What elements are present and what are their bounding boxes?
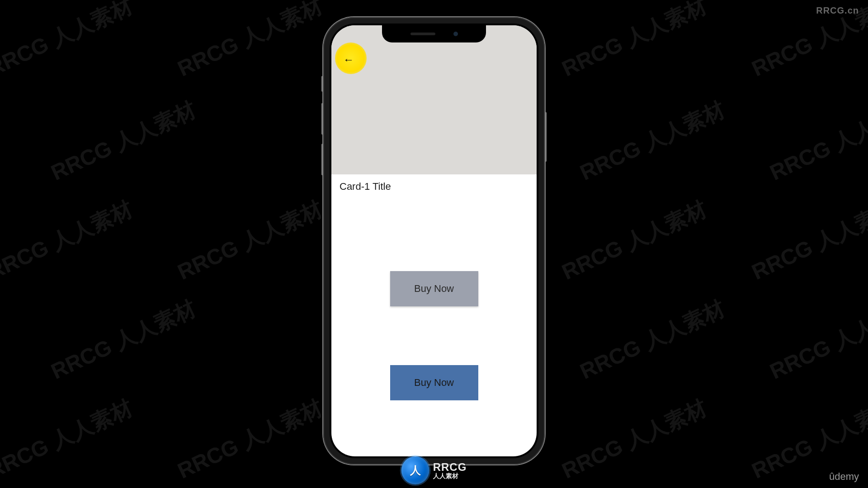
udemy-logo: ûdemy xyxy=(829,471,859,483)
back-arrow-icon: ← xyxy=(343,53,354,66)
phone-frame: ← Card-1 Title Buy Now Buy Now xyxy=(323,17,545,465)
watermark-text: RRCG 人人素材 xyxy=(557,194,712,287)
watermark-text: RRCG 人人素材 xyxy=(557,393,712,486)
logo-text-sub: 人人素材 xyxy=(433,473,467,479)
rrcg-logo: 人 RRCG 人人素材 xyxy=(401,456,467,484)
watermark-text: RRCG 人人素材 xyxy=(557,0,712,83)
camera-icon xyxy=(453,32,458,36)
logo-inner-text: 人 xyxy=(410,463,421,478)
watermark-text: RRCG 人人素材 xyxy=(0,0,137,83)
watermark-text: RRCG 人人素材 xyxy=(765,95,868,188)
buy-now-button-2[interactable]: Buy Now xyxy=(390,365,478,400)
logo-circle-icon: 人 xyxy=(401,456,429,484)
buy-now-button-1[interactable]: Buy Now xyxy=(390,271,478,306)
watermark-text: RRCG 人人素材 xyxy=(0,194,137,287)
watermark-text: RRCG 人人素材 xyxy=(173,393,327,486)
logo-text: RRCG 人人素材 xyxy=(433,462,467,479)
app-content: ← Card-1 Title Buy Now Buy Now xyxy=(331,25,537,456)
watermark-text: RRCG 人人素材 xyxy=(576,294,730,386)
phone-screen: ← Card-1 Title Buy Now Buy Now xyxy=(331,25,537,456)
hero-image: ← xyxy=(331,25,537,174)
watermark-text: RRCG 人人素材 xyxy=(173,194,327,287)
back-button[interactable]: ← xyxy=(340,51,358,69)
phone-notch xyxy=(382,25,486,42)
volume-down-button xyxy=(321,144,323,175)
phone-inner-frame: ← Card-1 Title Buy Now Buy Now xyxy=(330,23,538,458)
watermark-text: RRCG 人人素材 xyxy=(765,294,868,386)
volume-up-button xyxy=(321,103,323,135)
speaker-icon xyxy=(410,33,435,35)
watermark-corner: RRCG.cn xyxy=(816,5,859,16)
watermark-text: RRCG 人人素材 xyxy=(576,95,730,188)
watermark-text: RRCG 人人素材 xyxy=(47,95,201,188)
silence-switch xyxy=(321,76,323,92)
watermark-text: RRCG 人人素材 xyxy=(0,393,137,486)
watermark-text: RRCG 人人素材 xyxy=(47,294,201,386)
power-button xyxy=(545,112,547,162)
watermark-text: RRCG 人人素材 xyxy=(747,194,868,287)
watermark-text: RRCG 人人素材 xyxy=(173,0,327,83)
card-title: Card-1 Title xyxy=(331,174,537,199)
logo-text-main: RRCG xyxy=(433,462,467,473)
content-area: Buy Now Buy Now xyxy=(331,199,537,409)
